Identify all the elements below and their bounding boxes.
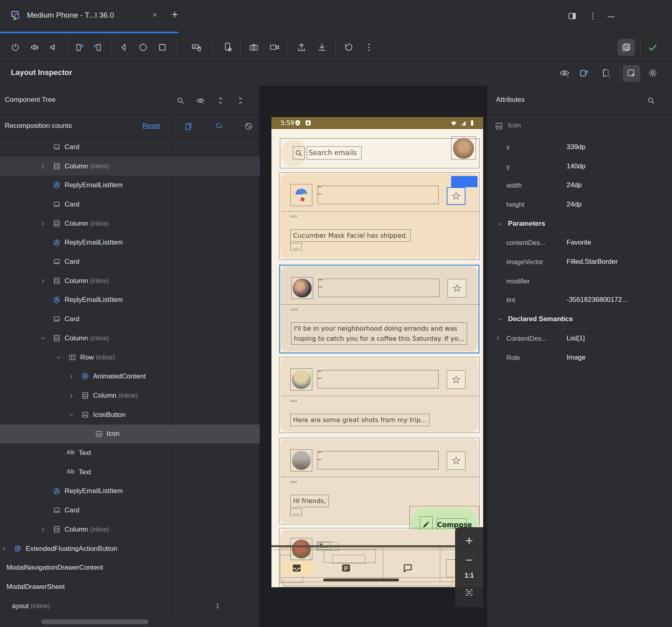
profile-avatar-box[interactable]: [451, 136, 476, 160]
screenshot-camera-icon[interactable]: [249, 42, 259, 53]
chevron-down-icon[interactable]: [497, 316, 504, 323]
tree-row-row[interactable]: Row (inline): [0, 348, 260, 367]
expand-all-icon[interactable]: [216, 96, 225, 105]
search-icon[interactable]: [176, 96, 185, 105]
chevron-down-icon[interactable]: [497, 220, 504, 227]
search-input[interactable]: Search emails: [307, 146, 362, 160]
tree-row-text[interactable]: AbText: [0, 443, 260, 463]
reset-link[interactable]: Reset: [142, 122, 160, 130]
star-icon[interactable]: ☆: [447, 279, 466, 297]
layers-tree-icon[interactable]: [601, 68, 611, 78]
device-settings-icon[interactable]: [223, 42, 233, 53]
visibility-eye-icon[interactable]: [196, 96, 205, 105]
chevron-right-icon[interactable]: [68, 373, 75, 380]
overview-icon[interactable]: [157, 42, 168, 53]
chevron-right-icon[interactable]: [39, 526, 46, 533]
new-tab-button[interactable]: +: [172, 8, 178, 21]
close-tab-icon[interactable]: ×: [152, 10, 157, 20]
tree-row-column[interactable]: Column (inline): [0, 386, 260, 405]
chevron-right-icon[interactable]: [39, 277, 46, 284]
star-icon[interactable]: ☆: [447, 370, 466, 389]
pick-element-icon[interactable]: [623, 65, 640, 82]
rotate-left-icon[interactable]: [74, 42, 84, 53]
tree-row-replyemaillistitem[interactable]: ReplyEmailListItem: [0, 176, 260, 195]
attr-row-contentdes-[interactable]: ContentDes...List[1]: [487, 329, 672, 348]
device-screenshot[interactable]: 5:59 A: [271, 117, 483, 587]
articles-icon[interactable]: [341, 563, 351, 575]
chevron-down-icon[interactable]: [39, 335, 46, 342]
email-card-google[interactable]: ☆Cucumber Mask Facial has shipped....: [279, 172, 480, 260]
tree-row-modalnavigationdrawercontent[interactable]: ModalNavigationDrawerContent: [0, 558, 260, 577]
more-vert-icon[interactable]: [588, 11, 597, 21]
tree-row-label: Column (inline): [65, 277, 109, 285]
fit-screen-icon[interactable]: [455, 588, 483, 597]
chevron-down-icon[interactable]: [55, 354, 62, 361]
tree-row-card[interactable]: Card: [0, 252, 260, 271]
zoom-ratio-button[interactable]: 1:1: [455, 572, 483, 579]
chevron-down-icon[interactable]: [68, 411, 75, 418]
tree-row-column[interactable]: Column (inline): [0, 520, 260, 539]
layout-toggle-icon[interactable]: [567, 11, 577, 21]
star-icon[interactable]: ☆: [447, 451, 466, 470]
tree-row-modaldrawersheet[interactable]: ModalDrawerSheet: [0, 577, 260, 597]
email-card-ali[interactable]: ☆I'll be in your neighborhood doing erra…: [279, 265, 480, 354]
attr-section-declared-semantics[interactable]: Declared Semantics: [487, 309, 672, 329]
layout-inspector-snapshot-button[interactable]: [617, 39, 635, 56]
email-card-allison[interactable]: ☆Here are some great shots from my trip.…: [279, 357, 480, 433]
recomposition-counts-icon[interactable]: [184, 121, 193, 131]
restart-icon[interactable]: [343, 42, 353, 53]
tree-row-replyemaillistitem[interactable]: ReplyEmailListItem: [0, 233, 260, 253]
upload-icon[interactable]: [296, 42, 307, 53]
search-icon[interactable]: [647, 96, 656, 105]
recomposition-highlight-icon[interactable]: [214, 121, 223, 131]
tree-row-card[interactable]: Card: [0, 138, 260, 157]
screen-record-icon[interactable]: [269, 42, 280, 53]
tree-row-column[interactable]: Column (inline): [0, 157, 260, 176]
attr-section-parameters[interactable]: Parameters: [487, 214, 672, 233]
chevron-right-icon[interactable]: [39, 163, 46, 170]
download-icon[interactable]: [317, 42, 327, 53]
svg-text:A: A: [307, 121, 310, 125]
tree-row-column[interactable]: Column (inline): [0, 329, 260, 348]
settings-gear-icon[interactable]: [648, 68, 658, 78]
chat-icon[interactable]: [403, 563, 413, 575]
tree-row-card[interactable]: Card: [0, 501, 260, 520]
back-icon[interactable]: [118, 42, 129, 53]
inbox-icon[interactable]: [291, 563, 302, 575]
tree-row-ayout[interactable]: ayout (inline)1: [0, 597, 260, 616]
tree-row-text[interactable]: AbText: [0, 463, 260, 482]
keyboard-mouse-icon[interactable]: [191, 42, 202, 53]
more-vert-icon[interactable]: [364, 42, 374, 53]
star-icon[interactable]: ☆: [447, 187, 466, 205]
minimize-icon[interactable]: [606, 12, 616, 22]
horizontal-scrollbar[interactable]: [41, 619, 148, 624]
volume-up-icon[interactable]: [30, 42, 40, 53]
tree-row-animatedcontent[interactable]: AnimatedContent: [0, 367, 260, 386]
tree-row-card[interactable]: Card: [0, 195, 260, 214]
collapse-all-icon[interactable]: [236, 96, 245, 105]
home-icon[interactable]: [138, 42, 148, 53]
visibility-eye-icon[interactable]: [559, 68, 570, 78]
device-tab[interactable]: Medium Phone - T...I 36.0: [27, 11, 114, 20]
tree-row-column[interactable]: Column (inline): [0, 271, 260, 291]
tree-row-extendedfloatingactionbutton[interactable]: ExtendedFloatingActionButton: [0, 539, 260, 558]
attr-row-modifier: modifier: [487, 271, 672, 291]
tree-row-replyemaillistitem[interactable]: ReplyEmailListItem: [0, 482, 260, 501]
export-snapshot-icon[interactable]: [579, 68, 589, 78]
tree-row-icon[interactable]: Icon: [0, 425, 260, 444]
no-recomposition-icon[interactable]: [244, 121, 253, 131]
tree-row-column[interactable]: Column (inline): [0, 214, 260, 233]
chevron-right-icon[interactable]: [0, 545, 7, 552]
chevron-right-icon[interactable]: [494, 335, 501, 342]
tree-row-replyemaillistitem[interactable]: ReplyEmailListItem: [0, 291, 260, 310]
rotate-right-icon[interactable]: [93, 42, 103, 53]
tree-row-iconbutton[interactable]: IconButton: [0, 405, 260, 425]
power-icon[interactable]: [10, 42, 20, 53]
zoom-out-button[interactable]: −: [455, 553, 483, 568]
volume-down-icon[interactable]: [48, 42, 59, 53]
zoom-in-button[interactable]: +: [455, 533, 483, 548]
search-icon[interactable]: [293, 146, 305, 160]
chevron-right-icon[interactable]: [68, 392, 75, 399]
chevron-right-icon[interactable]: [39, 220, 46, 227]
tree-row-card[interactable]: Card: [0, 309, 260, 329]
